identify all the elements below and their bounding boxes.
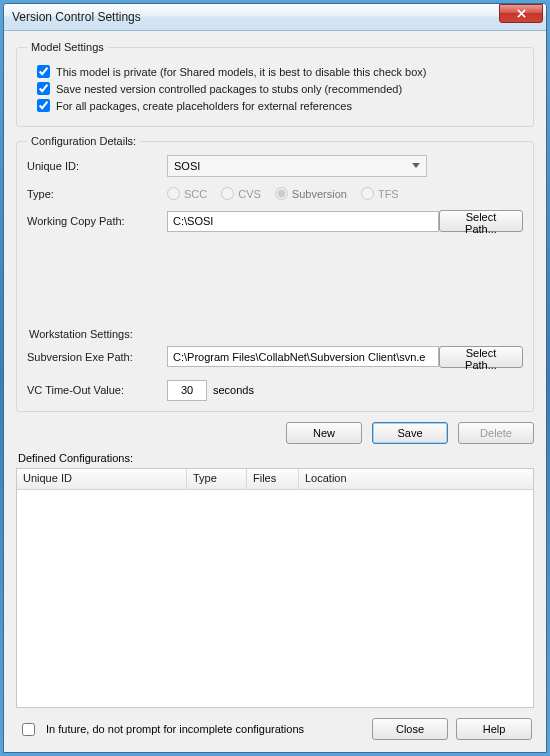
timeout-unit: seconds [213,384,254,396]
private-label: This model is private (for Shared models… [56,66,427,78]
dialog-window: Version Control Settings Model Settings … [3,3,547,753]
close-icon[interactable] [499,4,543,23]
col-files[interactable]: Files [247,469,299,489]
table-header: Unique ID Type Files Location [17,469,533,490]
timeout-label: VC Time-Out Value: [27,384,167,396]
noprompt-label: In future, do not prompt for incomplete … [46,723,304,735]
type-svn-radio: Subversion [275,187,347,200]
delete-button[interactable]: Delete [458,422,534,444]
stubs-label: Save nested version controlled packages … [56,83,402,95]
chevron-down-icon [412,163,420,168]
col-location[interactable]: Location [299,469,533,489]
window-title: Version Control Settings [12,10,141,24]
type-tfs-radio: TFS [361,187,399,200]
help-button[interactable]: Help [456,718,532,740]
action-button-row: New Save Delete [16,420,534,452]
uid-dropdown[interactable]: SOSI [167,155,427,177]
uid-label: Unique ID: [27,160,167,172]
type-cvs-radio: CVS [221,187,261,200]
save-button[interactable]: Save [372,422,448,444]
footer-row: In future, do not prompt for incomplete … [16,708,534,742]
type-scc-radio: SCC [167,187,207,200]
config-details-group: Configuration Details: Unique ID: SOSI T… [16,135,534,412]
col-uid[interactable]: Unique ID [17,469,187,489]
select-path-button-2[interactable]: Select Path... [439,346,523,368]
model-settings-group: Model Settings This model is private (fo… [16,41,534,127]
defined-configs-table[interactable]: Unique ID Type Files Location [16,468,534,709]
content-area: Model Settings This model is private (fo… [4,31,546,752]
stubs-checkbox[interactable] [37,82,50,95]
wcp-label: Working Copy Path: [27,215,167,227]
new-button[interactable]: New [286,422,362,444]
model-settings-legend: Model Settings [27,41,108,53]
placeholders-label: For all packages, create placeholders fo… [56,100,352,112]
titlebar: Version Control Settings [4,4,546,31]
private-checkbox[interactable] [37,65,50,78]
svn-exe-label: Subversion Exe Path: [27,351,167,363]
noprompt-checkbox[interactable] [22,723,35,736]
timeout-input[interactable] [167,380,207,401]
config-details-legend: Configuration Details: [27,135,140,147]
workstation-settings-label: Workstation Settings: [29,328,523,340]
svn-exe-input[interactable] [167,346,439,367]
uid-value: SOSI [174,160,200,172]
defined-configs-label: Defined Configurations: [18,452,534,464]
working-copy-path-input[interactable] [167,211,439,232]
select-path-button-1[interactable]: Select Path... [439,210,523,232]
col-type[interactable]: Type [187,469,247,489]
close-button[interactable]: Close [372,718,448,740]
defined-configs-section: Defined Configurations: Unique ID Type F… [16,452,534,709]
placeholders-checkbox[interactable] [37,99,50,112]
type-label: Type: [27,188,167,200]
